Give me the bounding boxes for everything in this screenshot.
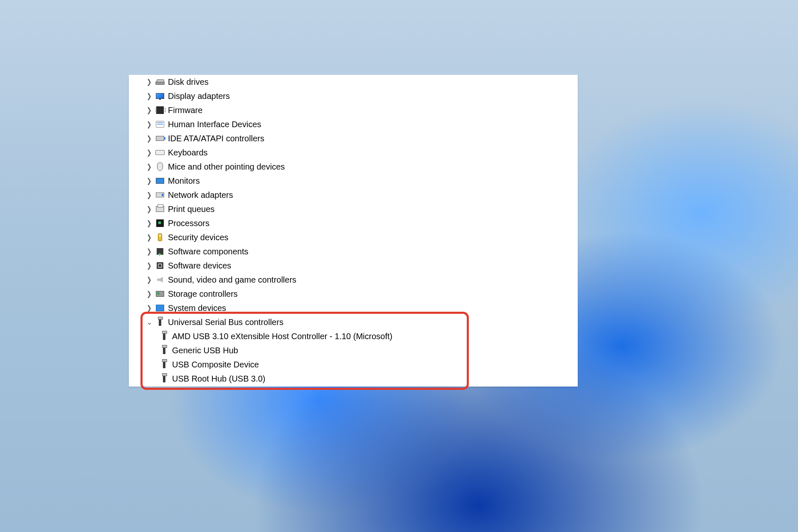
device-tree: Disk drives Display adapters Firmware Hu… xyxy=(145,75,578,386)
tree-category-security-devices[interactable]: Security devices xyxy=(145,230,578,244)
tree-category-ide[interactable]: IDE ATA/ATAPI controllers xyxy=(145,131,578,145)
category-label: Sound, video and game controllers xyxy=(168,273,296,287)
category-label: Universal Serial Bus controllers xyxy=(168,315,283,329)
device-label: USB Root Hub (USB 3.0) xyxy=(172,372,266,386)
tree-category-processors[interactable]: Processors xyxy=(145,216,578,230)
device-label: USB Composite Device xyxy=(172,357,259,372)
expand-icon[interactable] xyxy=(145,230,153,244)
usb-icon xyxy=(160,360,169,369)
device-label: Generic USB Hub xyxy=(172,343,238,357)
hid-icon xyxy=(155,120,165,129)
sound-icon xyxy=(155,275,165,284)
tree-category-mice[interactable]: Mice and other pointing devices xyxy=(145,160,578,174)
device-label: AMD USB 3.10 eXtensible Host Controller … xyxy=(172,329,392,343)
security-device-icon xyxy=(155,233,165,242)
expand-icon[interactable] xyxy=(145,174,153,188)
tree-category-monitors[interactable]: Monitors xyxy=(145,174,578,188)
tree-category-display-adapters[interactable]: Display adapters xyxy=(145,89,578,103)
software-device-icon xyxy=(155,261,165,270)
firmware-icon xyxy=(155,106,165,115)
usb-icon xyxy=(155,318,165,327)
tree-category-print-queues[interactable]: Print queues xyxy=(145,202,578,216)
expand-icon[interactable] xyxy=(145,89,153,103)
expand-icon[interactable] xyxy=(145,75,153,89)
ide-icon xyxy=(155,134,165,143)
tree-item-generic-usb-hub[interactable]: Generic USB Hub xyxy=(145,343,578,357)
expand-icon[interactable] xyxy=(145,103,153,117)
category-label: Mice and other pointing devices xyxy=(168,160,285,174)
software-component-icon xyxy=(155,247,165,256)
category-label: Keyboards xyxy=(168,145,208,160)
tree-category-sound[interactable]: Sound, video and game controllers xyxy=(145,273,578,287)
system-device-icon xyxy=(155,303,165,313)
tree-category-software-components[interactable]: Software components xyxy=(145,244,578,259)
tree-category-storage-controllers[interactable]: Storage controllers xyxy=(145,287,578,301)
category-label: Software components xyxy=(168,244,248,259)
tree-category-firmware[interactable]: Firmware xyxy=(145,103,578,117)
usb-icon xyxy=(160,374,169,383)
tree-category-hid[interactable]: Human Interface Devices xyxy=(145,117,578,131)
usb-icon xyxy=(160,332,169,341)
disk-drive-icon xyxy=(155,77,165,86)
category-label: Display adapters xyxy=(168,89,230,103)
collapse-icon[interactable] xyxy=(145,315,153,330)
tree-category-usb-controllers[interactable]: Universal Serial Bus controllers xyxy=(145,315,578,329)
category-label: Disk drives xyxy=(168,75,209,89)
category-label: Processors xyxy=(168,216,209,230)
category-label: Print queues xyxy=(168,202,214,216)
expand-icon[interactable] xyxy=(145,216,153,230)
tree-category-keyboards[interactable]: Keyboards xyxy=(145,145,578,160)
network-adapter-icon xyxy=(155,190,165,200)
keyboard-icon xyxy=(155,148,165,157)
category-label: Software devices xyxy=(168,259,231,273)
tree-category-network-adapters[interactable]: Network adapters xyxy=(145,188,578,202)
device-manager-panel: Disk drives Display adapters Firmware Hu… xyxy=(129,75,578,387)
category-label: Firmware xyxy=(168,103,202,117)
category-label: Storage controllers xyxy=(168,287,238,301)
expand-icon[interactable] xyxy=(145,301,153,315)
usb-icon xyxy=(160,346,169,355)
category-label: Human Interface Devices xyxy=(168,117,261,131)
expand-icon[interactable] xyxy=(145,202,153,216)
category-label: Monitors xyxy=(168,174,200,188)
expand-icon[interactable] xyxy=(145,244,153,259)
expand-icon[interactable] xyxy=(145,160,153,174)
monitor-icon xyxy=(155,176,165,185)
tree-category-software-devices[interactable]: Software devices xyxy=(145,259,578,273)
category-label: IDE ATA/ATAPI controllers xyxy=(168,131,264,145)
expand-icon[interactable] xyxy=(145,131,153,145)
mouse-icon xyxy=(155,162,165,171)
tree-item-amd-usb-xhci[interactable]: AMD USB 3.10 eXtensible Host Controller … xyxy=(145,329,578,343)
expand-icon[interactable] xyxy=(145,117,153,131)
tree-category-disk-drives[interactable]: Disk drives xyxy=(145,75,578,89)
expand-icon[interactable] xyxy=(145,273,153,287)
category-label: Security devices xyxy=(168,230,229,244)
expand-icon[interactable] xyxy=(145,188,153,202)
tree-category-system-devices[interactable]: System devices xyxy=(145,301,578,315)
expand-icon[interactable] xyxy=(145,287,153,301)
category-label: Network adapters xyxy=(168,188,233,202)
processor-icon xyxy=(155,219,165,228)
expand-icon[interactable] xyxy=(145,259,153,273)
category-label: System devices xyxy=(168,301,226,315)
display-adapter-icon xyxy=(155,91,165,101)
tree-item-usb-composite-device[interactable]: USB Composite Device xyxy=(145,357,578,372)
printer-icon xyxy=(155,204,165,214)
expand-icon[interactable] xyxy=(145,145,153,160)
tree-item-usb-root-hub[interactable]: USB Root Hub (USB 3.0) xyxy=(145,372,578,386)
storage-controller-icon xyxy=(155,289,165,298)
